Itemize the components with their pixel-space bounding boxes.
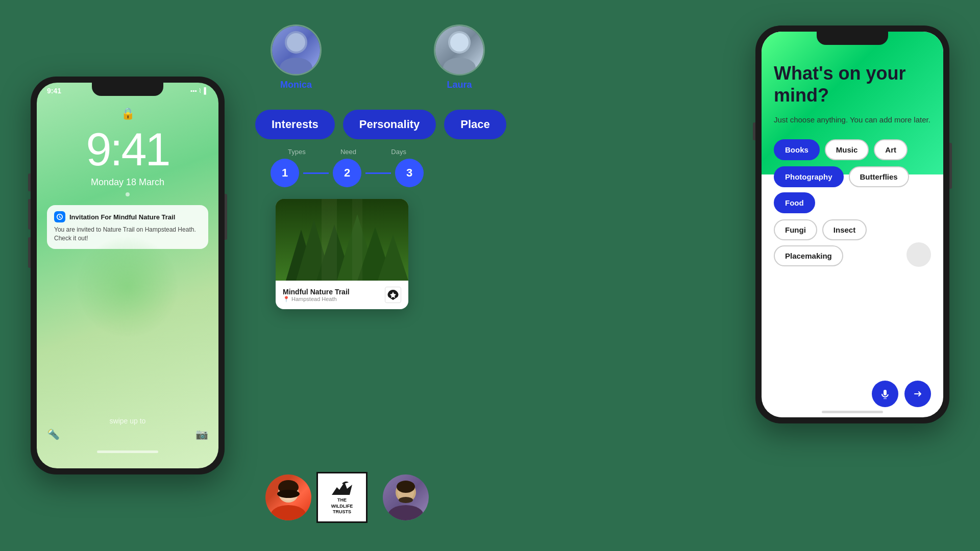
step-2[interactable]: 2 [333,159,361,187]
middle-section: Monica Laura Interests Personality Place… [240,0,444,551]
svg-point-1 [280,58,312,76]
notification-header: Invitation For Mindful Nature Trail [54,211,201,222]
tags-section: Books Music Art Photography Butterflies … [774,139,931,266]
tag-books[interactable]: Books [774,139,820,160]
right-phone-screen: What's on your mind? Just choose anythin… [762,32,943,417]
wifi-icon: ⌇ [199,87,202,94]
location-icon: 📍 [283,296,290,303]
app-icon [54,211,65,222]
tab-buttons-group: Interests Personality Place [255,110,506,139]
interests-tab[interactable]: Interests [255,110,335,139]
tag-insect[interactable]: Insect [822,219,867,240]
step-1[interactable]: 1 [271,159,299,187]
right-phone-frame: What's on your mind? Just choose anythin… [755,26,949,423]
right-power-button[interactable] [753,122,755,140]
monica-name: Monica [280,80,312,90]
laura-name: Laura [447,80,472,90]
date-display: Monday 18 March [91,177,164,188]
power-button[interactable] [225,194,227,240]
right-notch [817,32,888,45]
status-time: 9:41 [47,87,61,95]
step-3[interactable]: 3 [395,159,424,187]
trail-card-logo [385,287,401,303]
notification-title: Invitation For Mindful Nature Trail [69,213,175,221]
next-button[interactable] [904,381,931,407]
tags-row-1: Books Music Art [774,139,931,160]
laura-avatar [434,24,485,76]
tag-food[interactable]: Food [774,192,815,213]
tag-art[interactable]: Art [874,139,908,160]
flashlight-icon: 🔦 [47,428,60,440]
trail-card-info: Mindful Nature Trail 📍 Hampstead Heath [283,288,385,303]
step-line-2 [365,172,391,174]
avatar-bottom-right [383,474,429,520]
svg-point-20 [277,490,300,498]
lock-dot [126,192,130,196]
trail-card-location: 📍 Hampstead Heath [283,296,385,303]
steps-section: Types Need Days 1 2 3 [271,148,424,187]
step-3-label: Days [391,148,406,156]
laura-avatar-group: Laura [434,24,485,90]
swipe-text: swipe up to [110,417,146,425]
svg-rect-15 [352,199,362,281]
volume-down-button[interactable] [28,237,31,268]
trail-card-title: Mindful Nature Trail [283,288,385,296]
left-phone-screen: 9:41 ▪▪▪ ⌇ ▌ 🔒 9:41 Monday 18 March [37,83,218,468]
battery-icon: ▌ [204,87,208,94]
male-avatar-image [383,474,429,520]
right-bottom-bar [774,381,931,407]
svg-point-5 [450,33,469,52]
monica-avatar-group: Monica [271,24,322,90]
home-indicator-right [822,411,883,413]
tag-music[interactable]: Music [825,139,869,160]
left-notch [92,83,163,96]
step-2-label: Need [340,148,356,156]
right-phone: What's on your mind? Just choose anythin… [755,26,949,423]
laura-avatar-image [435,26,483,74]
svg-point-17 [271,505,306,520]
trail-card[interactable]: Mindful Nature Trail 📍 Hampstead Heath [276,199,408,309]
svg-point-4 [443,58,476,76]
status-icons: ▪▪▪ ⌇ ▌ [190,87,208,94]
tag-photography[interactable]: Photography [774,166,844,187]
microphone-button[interactable] [872,381,898,407]
big-time-display: 9:41 [86,123,169,176]
left-phone-frame: 9:41 ▪▪▪ ⌇ ▌ 🔒 9:41 Monday 18 March [31,77,225,474]
avatar-bottom-left [265,474,311,520]
main-heading: What's on your mind? [774,62,931,106]
step-1-label: Types [288,148,306,156]
left-phone: 9:41 ▪▪▪ ⌇ ▌ 🔒 9:41 Monday 18 March [31,26,225,525]
monica-avatar-image [272,26,320,74]
decorative-circle [77,236,179,338]
svg-point-22 [388,505,424,520]
camera-icon: 📷 [195,428,208,440]
tags-row-2: Photography Butterflies Food [774,166,931,213]
tag-placemaking[interactable]: Placemaking [774,245,843,266]
tag-fungi[interactable]: Fungi [774,219,817,240]
step-labels: Types Need Days [271,148,424,156]
sub-heading: Just choose anything. You can add more l… [774,114,931,125]
volume-up-button[interactable] [28,199,31,230]
trail-card-body: Mindful Nature Trail 📍 Hampstead Heath [276,281,408,309]
svg-point-2 [287,33,305,52]
trail-card-image [276,199,408,281]
svg-point-24 [397,481,415,493]
lock-icon: 🔒 [121,107,135,120]
step-line-1 [303,172,329,174]
personality-tab[interactable]: Personality [343,110,436,139]
mute-button[interactable] [28,173,31,191]
svg-point-25 [399,497,413,503]
home-indicator [97,450,158,453]
steps-row: 1 2 3 [271,159,424,187]
female-avatar-image [265,474,311,520]
place-tab[interactable]: Place [444,110,506,139]
right-screen-content: What's on your mind? Just choose anythin… [774,62,931,266]
svg-rect-14 [322,199,337,281]
wildlife-trusts-logo: THEwildlifeTRUSTS [316,472,368,523]
wildlife-logo-text: THEwildlifeTRUSTS [331,497,353,515]
right-volume-button[interactable] [949,143,952,189]
scroll-handle[interactable] [906,242,931,267]
signal-icon: ▪▪▪ [190,87,197,94]
tag-butterflies[interactable]: Butterflies [849,166,909,187]
monica-avatar [271,24,322,76]
